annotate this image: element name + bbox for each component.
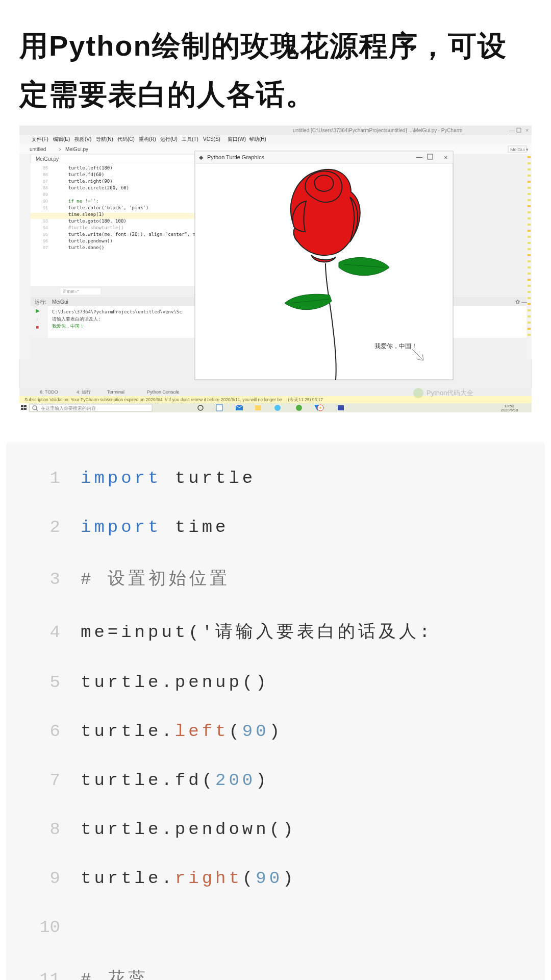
svg-text:VCS(S): VCS(S) [203,136,220,142]
svg-rect-32 [528,181,531,183]
code-line: 5turtle.penup() [19,673,532,692]
svg-rect-43 [528,248,531,250]
code-line: 7turtle.fd(200) [19,771,532,790]
line-number: 2 [19,518,60,537]
svg-text:Python Console: Python Console [147,389,180,395]
svg-rect-119 [216,405,222,411]
svg-rect-113 [24,408,27,410]
svg-text:85: 85 [43,165,48,170]
svg-text:■: ■ [36,324,39,330]
code-text: turtle.fd(200) [81,771,269,790]
svg-rect-45 [528,260,531,262]
svg-text:93: 93 [43,218,48,224]
svg-text:95: 95 [43,232,48,237]
svg-text:请输入要表白的话及人:: 请输入要表白的话及人: [52,316,101,322]
svg-text:turtle.circle(200, 60): turtle.circle(200, 60) [68,185,129,190]
svg-rect-34 [528,193,531,195]
svg-text:4: 运行: 4: 运行 [77,389,91,395]
line-number: 10 [19,918,60,937]
svg-rect-24 [19,154,31,359]
svg-rect-30 [528,168,531,170]
code-line: 11# 花蕊 [19,967,532,980]
svg-text:88: 88 [43,185,48,190]
svg-text:turtle.fd(60): turtle.fd(60) [68,172,104,177]
svg-text:C:\Users\37364\PycharmProjects: C:\Users\37364\PycharmProjects\untitled\… [52,309,182,314]
svg-text:▶: ▶ [36,308,40,313]
svg-rect-47 [528,273,531,275]
svg-text:✿ —: ✿ — [515,299,527,305]
svg-text:if me !='':: if me !='': [68,199,99,204]
svg-text:turtle.pendown(): turtle.pendown() [68,238,113,243]
svg-text:文件(F): 文件(F) [32,136,48,142]
line-number: 9 [19,869,60,888]
svg-rect-39 [528,224,531,226]
code-line: 9turtle.right(90) [19,869,532,888]
code-text: # 花蕊 [81,967,148,980]
svg-rect-36 [528,205,531,207]
svg-text:89: 89 [43,192,48,197]
svg-text:6: TODO: 6: TODO [40,389,58,395]
svg-rect-37 [528,211,531,213]
svg-text:我爱你，中国！: 我爱你，中国！ [374,342,417,350]
code-text: # 设置初始位置 [81,567,230,590]
svg-rect-126 [338,405,344,410]
svg-text:运行(U): 运行(U) [160,136,178,142]
svg-text:Terminal: Terminal [107,389,124,395]
svg-text:turtle.color('black', 'pink'): turtle.color('black', 'pink') [68,205,148,210]
svg-text:Subscription Validation: Your : Subscription Validation: Your PyCharm su… [24,397,323,402]
code-text: turtle.penup() [81,673,269,692]
svg-text:视图(V): 视图(V) [74,136,91,142]
code-text: turtle.right(90) [81,869,296,888]
svg-rect-53 [528,309,531,311]
svg-text:untitled [C:\Users\37364\Pycha: untitled [C:\Users\37364\PycharmProjects… [293,128,462,133]
svg-text:time.sleep(1): time.sleep(1) [68,212,104,217]
svg-text:×: × [444,154,448,161]
line-number: 8 [19,820,60,839]
line-number: 4 [19,623,60,642]
code-text: turtle.left(90) [81,722,283,741]
svg-point-123 [296,405,302,411]
svg-text:if me!='': if me!='' [63,289,79,294]
code-line: 3# 设置初始位置 [19,567,532,590]
line-number: 1 [19,469,60,488]
svg-text:Python Turtle Graphics: Python Turtle Graphics [207,154,264,160]
svg-text:MeiGui ▾: MeiGui ▾ [510,147,529,152]
svg-rect-40 [528,230,531,232]
svg-text:—: — [416,154,422,161]
svg-text:编辑(E): 编辑(E) [53,136,70,142]
svg-text:—: — [509,127,515,133]
svg-rect-54 [528,315,531,317]
svg-text:×: × [525,127,529,133]
svg-text:86: 86 [43,172,48,177]
svg-rect-57 [528,334,531,336]
svg-rect-52 [528,303,531,305]
svg-text:94: 94 [43,225,48,230]
svg-text:重构(R): 重构(R) [139,136,156,142]
turtle-window: ◆ Python Turtle Graphics — × [195,151,453,380]
svg-point-122 [274,405,281,411]
svg-rect-33 [528,187,531,189]
svg-rect-50 [528,291,531,293]
code-line: 4me=input('请输入要表白的话及人: [19,620,532,643]
line-number: 11 [19,970,60,980]
svg-rect-29 [528,162,531,164]
svg-rect-48 [528,279,531,281]
svg-rect-56 [528,328,531,330]
svg-text:运行:: 运行: [35,299,46,305]
svg-rect-51 [528,297,531,299]
svg-text:我爱你，中国！: 我爱你，中国！ [52,324,84,329]
svg-point-129 [413,388,423,398]
svg-rect-28 [528,156,531,158]
svg-text:◆: ◆ [199,154,204,160]
svg-text:87: 87 [43,179,48,184]
code-line: 10 [19,918,532,937]
ide-screenshot: untitled [C:\Users\37364\PycharmProjects… [19,126,532,412]
svg-rect-49 [528,285,531,287]
line-number: 6 [19,722,60,741]
svg-text:MeiGui.py: MeiGui.py [36,156,59,162]
code-text: import time [81,518,229,537]
svg-text:在这里输入你要搜索的内容: 在这里输入你要搜索的内容 [41,406,96,411]
svg-text:96: 96 [43,238,48,243]
line-number: 3 [19,570,60,589]
code-line: 2import time [19,518,532,537]
